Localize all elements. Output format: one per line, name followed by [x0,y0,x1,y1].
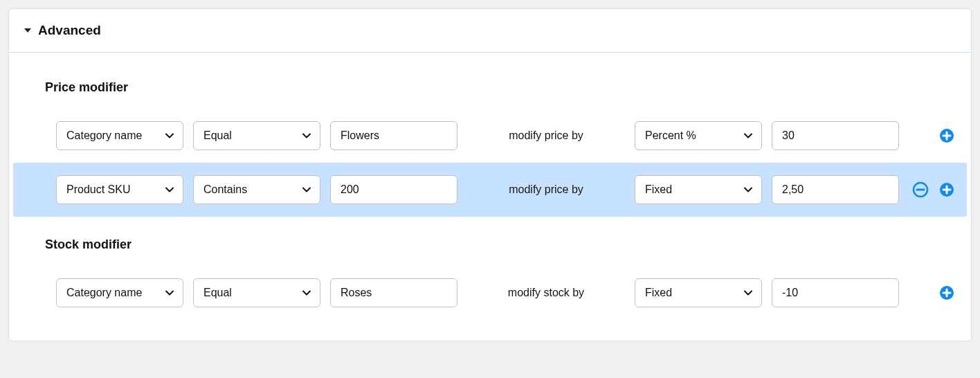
amount-input[interactable] [772,278,899,307]
modifier-type-select[interactable] [635,175,762,204]
modifier-type-select[interactable] [635,278,762,307]
price-modifier-row: modify price by [13,163,967,217]
stock-modifier-label: Stock modifier [45,237,967,252]
price-modifier-row: modify price by [13,109,967,163]
operator-select[interactable] [193,175,320,204]
modify-by-label: modify price by [467,129,625,142]
remove-row-button[interactable] [911,181,929,199]
panel-body: Price modifier modify price by [9,53,971,341]
modifier-type-select[interactable] [635,121,762,150]
add-row-button[interactable] [938,284,956,302]
operator-select[interactable] [193,278,320,307]
caret-down-icon [24,28,31,33]
field-select[interactable] [56,175,183,204]
panel-title: Advanced [38,23,101,38]
modify-by-label: modify stock by [467,287,625,299]
advanced-panel: Advanced Price modifier modify price by [8,8,972,341]
price-modifier-label: Price modifier [45,80,967,95]
match-value-input[interactable] [330,175,457,204]
field-select[interactable] [56,121,183,150]
amount-input[interactable] [772,175,899,204]
amount-input[interactable] [772,121,899,150]
modify-by-label: modify price by [467,183,625,196]
panel-header[interactable]: Advanced [9,9,971,53]
operator-select[interactable] [193,121,320,150]
add-row-button[interactable] [938,127,956,145]
match-value-input[interactable] [330,121,457,150]
field-select[interactable] [56,278,183,307]
add-row-button[interactable] [938,181,956,199]
match-value-input[interactable] [330,278,457,307]
stock-modifier-row: modify stock by [13,266,967,320]
